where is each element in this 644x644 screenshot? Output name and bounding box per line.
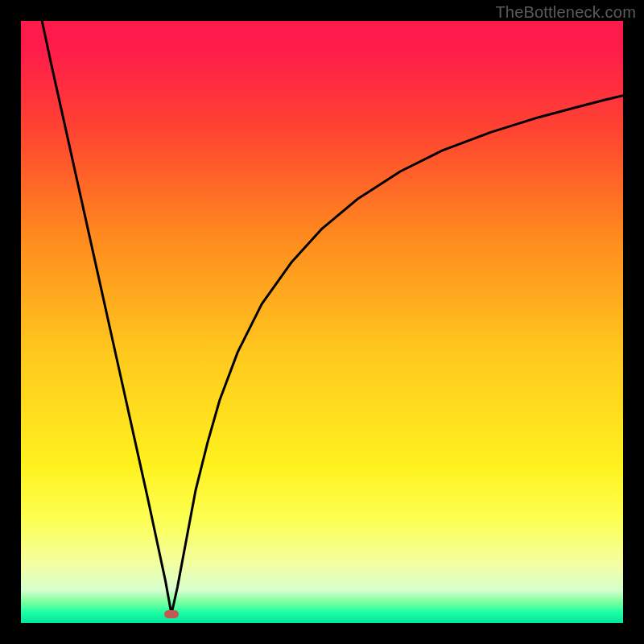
chart-svg xyxy=(21,21,623,623)
bottleneck-marker xyxy=(164,610,179,618)
chart-background xyxy=(21,21,623,623)
watermark-text: TheBottleneck.com xyxy=(495,3,636,22)
chart-frame xyxy=(21,21,623,623)
